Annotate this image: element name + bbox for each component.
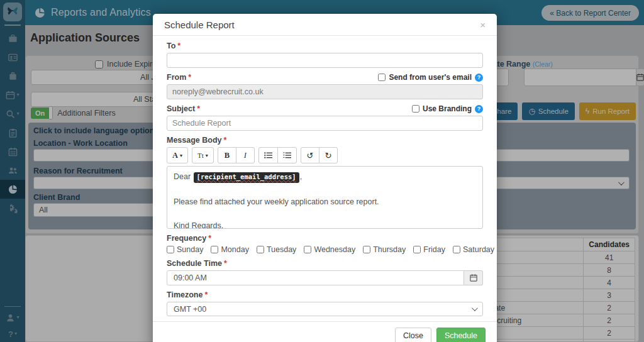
toolbar-font-color-button[interactable]: A▾	[167, 147, 188, 163]
message-toolbar: A▾Tt▾BI↺↻	[167, 147, 483, 163]
frequency-sunday-checkbox[interactable]	[167, 246, 174, 253]
day-label: Monday	[221, 245, 248, 254]
from-input	[167, 84, 483, 99]
use-branding-row[interactable]: Use Branding ?	[412, 104, 483, 113]
required-marker: *	[224, 259, 227, 268]
day-label: Saturday	[463, 245, 494, 254]
timezone-label-text: Timezone	[167, 290, 203, 299]
font-color-icon: A	[172, 151, 178, 160]
font-size-icon: Tt	[197, 152, 204, 159]
toolbar-bold-button[interactable]: B	[218, 147, 236, 163]
day-label: Sunday	[177, 245, 203, 254]
frequency-day-saturday[interactable]: Saturday	[453, 245, 494, 254]
unordered-list-icon	[264, 152, 272, 159]
message-editor[interactable]: Dear [recipient_email_address], Please f…	[167, 166, 483, 229]
message-text: ,	[300, 172, 302, 181]
send-from-users-email-checkbox[interactable]	[378, 74, 386, 81]
to-label-text: To	[167, 41, 175, 50]
required-marker: *	[177, 41, 180, 50]
schedule-report-modal: Schedule Report × To* From* Send from us…	[153, 14, 497, 342]
from-label-text: From	[167, 73, 186, 82]
day-label: Tuesday	[267, 245, 296, 254]
required-marker: *	[224, 136, 227, 145]
chevron-down-icon	[472, 305, 478, 311]
caret-down-icon: ▾	[180, 153, 182, 158]
toolbar-group: A▾	[167, 147, 188, 163]
calendar-icon[interactable]	[464, 270, 483, 285]
message-line	[174, 184, 476, 196]
bold-icon: B	[225, 151, 230, 160]
frequency-thursday-checkbox[interactable]	[363, 246, 370, 253]
timezone-value: GMT +00	[174, 305, 206, 314]
schedule-time-input[interactable]	[167, 270, 464, 285]
timezone-label: Timezone*	[167, 290, 483, 299]
frequency-label: Frequency*	[167, 234, 483, 243]
frequency-day-thursday[interactable]: Thursday	[363, 245, 406, 254]
merge-token[interactable]: [recipient_email_address]	[194, 172, 299, 183]
frequency-days-row: SundayMondayTuesdayWednesdayThursdayFrid…	[167, 245, 483, 254]
subject-label: Subject*	[167, 104, 200, 113]
ordered-list-icon	[283, 152, 291, 159]
merge-token-text: [recipient_email_address]	[197, 173, 296, 180]
timezone-select[interactable]: GMT +00	[167, 302, 483, 316]
frequency-label-text: Frequency	[167, 234, 206, 243]
toolbar-group: Tt▾	[192, 147, 214, 163]
schedule-submit-button[interactable]: Schedule	[436, 328, 486, 342]
toolbar-redo-button[interactable]: ↻	[319, 147, 338, 163]
use-branding-checkbox[interactable]	[412, 105, 419, 113]
frequency-saturday-checkbox[interactable]	[453, 246, 460, 253]
help-icon[interactable]: ?	[475, 105, 483, 113]
required-marker: *	[208, 234, 211, 243]
message-line	[174, 208, 476, 219]
required-marker: *	[188, 73, 191, 82]
frequency-friday-checkbox[interactable]	[413, 246, 421, 253]
toolbar-font-size-button[interactable]: Tt▾	[192, 147, 214, 163]
to-input[interactable]	[167, 53, 483, 68]
send-from-users-email-row[interactable]: Send from user's email ?	[378, 73, 483, 82]
italic-icon: I	[244, 151, 247, 160]
toolbar-group: BI	[218, 147, 255, 163]
toolbar-undo-button[interactable]: ↺	[301, 147, 319, 163]
schedule-time-label-text: Schedule Time	[167, 259, 222, 268]
message-line: Dear [recipient_email_address],	[174, 171, 476, 184]
required-marker: *	[204, 290, 208, 299]
send-from-users-email-label: Send from user's email	[389, 73, 472, 82]
modal-footer: Close Schedule	[153, 321, 497, 342]
use-branding-label: Use Branding	[423, 104, 472, 113]
frequency-day-monday[interactable]: Monday	[211, 245, 248, 254]
required-marker: *	[197, 104, 200, 113]
message-body-label-text: Message Body	[167, 136, 222, 145]
close-icon[interactable]: ×	[480, 20, 486, 30]
message-text: Please find attached your weekly applica…	[174, 197, 379, 206]
subject-input[interactable]	[167, 116, 483, 131]
schedule-time-label: Schedule Time*	[167, 259, 483, 268]
frequency-wednesday-checkbox[interactable]	[304, 246, 311, 253]
frequency-day-sunday[interactable]: Sunday	[167, 245, 203, 254]
message-line: Kind Regards,	[174, 220, 476, 229]
subject-label-text: Subject	[167, 104, 195, 113]
frequency-day-wednesday[interactable]: Wednesday	[304, 245, 355, 254]
caret-down-icon: ▾	[206, 153, 208, 158]
from-label: From*	[167, 73, 191, 82]
frequency-day-tuesday[interactable]: Tuesday	[257, 245, 296, 254]
help-icon[interactable]: ?	[475, 74, 483, 82]
frequency-monday-checkbox[interactable]	[211, 246, 218, 253]
message-line: Please find attached your weekly applica…	[174, 196, 476, 207]
day-label: Thursday	[373, 245, 406, 254]
message-text: Kind Regards,	[174, 221, 223, 229]
message-text: Dear	[174, 172, 193, 181]
redo-icon: ↻	[325, 151, 331, 160]
frequency-day-friday[interactable]: Friday	[413, 245, 445, 254]
toolbar-ordered-list-button[interactable]	[277, 147, 297, 163]
modal-body: To* From* Send from user's email ? Subje…	[153, 36, 497, 321]
toolbar-group: ↺↻	[301, 147, 338, 163]
undo-icon: ↺	[306, 151, 313, 160]
schedule-time-group	[167, 270, 483, 285]
message-body-label: Message Body*	[167, 136, 483, 145]
close-button[interactable]: Close	[395, 328, 431, 342]
toolbar-group	[258, 147, 297, 163]
toolbar-unordered-list-button[interactable]	[258, 147, 278, 163]
toolbar-italic-button[interactable]: I	[236, 147, 255, 163]
day-label: Friday	[423, 245, 445, 254]
frequency-tuesday-checkbox[interactable]	[257, 246, 264, 253]
